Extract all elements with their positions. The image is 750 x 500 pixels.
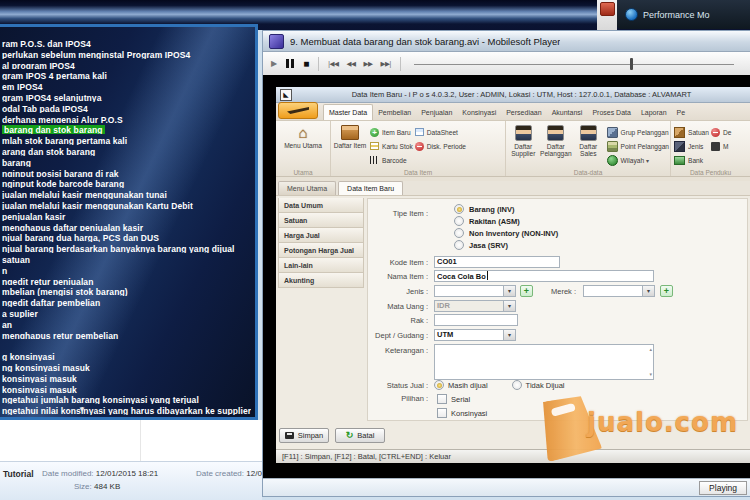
pause-button-icon[interactable]: [286, 59, 294, 68]
point-pelanggan-button[interactable]: Point Pelanggan: [607, 140, 669, 152]
add-merek-button[interactable]: +: [660, 285, 673, 297]
sidebar-section-item[interactable]: Potongan Harga Jual: [278, 243, 364, 258]
playlist-item[interactable]: jualan melalui kasir menggunakan tunai: [2, 190, 167, 199]
barcode-button[interactable]: Barcode: [370, 154, 413, 166]
playlist-item[interactable]: njual barang dua harga, PCS dan DUS: [2, 233, 159, 242]
scroll-down-icon[interactable]: ▾: [649, 372, 652, 377]
jenis-button[interactable]: Jenis: [674, 140, 709, 152]
scroll-down-icon[interactable]: ▼: [78, 405, 86, 414]
radio-icon[interactable]: [454, 204, 464, 214]
playlist-item[interactable]: barang dan stok barang: [2, 125, 105, 134]
playlist-item[interactable]: penjualan kasir: [2, 212, 65, 221]
checkbox-icon[interactable]: [437, 408, 447, 418]
menu-utama-button[interactable]: ⌂ Menu Utama: [279, 123, 327, 149]
stop-button-icon[interactable]: ■: [303, 59, 309, 69]
playlist-item[interactable]: ngedit retur penjualan: [2, 277, 93, 286]
satuan-button[interactable]: Satuan: [674, 126, 709, 138]
playlist-item[interactable]: ngetahui nilai konsinyasi yang harus dib…: [2, 406, 251, 415]
scroll-up-icon[interactable]: ▴: [649, 347, 652, 352]
ribbon-tab[interactable]: Akuntansi: [547, 105, 588, 120]
playlist-item[interactable]: n: [2, 266, 7, 275]
disk-periode-button[interactable]: Disk. Periode: [415, 140, 466, 152]
dropdown-arrow-icon[interactable]: ▾: [503, 330, 515, 340]
seek-slider[interactable]: [414, 57, 742, 71]
mata-uang-dropdown[interactable]: IDR▾: [434, 300, 516, 312]
playlist-item[interactable]: jualan melalui kasir menggunakan Kartu D…: [2, 201, 193, 210]
dropdown-arrow-icon[interactable]: ▾: [642, 286, 654, 296]
simpan-button[interactable]: Simpan: [279, 428, 329, 443]
rak-input[interactable]: [434, 314, 518, 326]
nama-item-input[interactable]: Coca Cola Bo: [434, 270, 654, 282]
close-button-icon[interactable]: [600, 2, 615, 16]
sidebar-section-item[interactable]: Akunting: [278, 273, 364, 288]
playlist-item[interactable]: odal Tab pada IPOS4: [2, 104, 88, 113]
playlist-item[interactable]: njual barang berdasarkan banyaknya baran…: [2, 244, 235, 253]
video-area[interactable]: ◣ Data Item Baru - i P o s 4.0.3.2, User…: [263, 75, 750, 479]
skip-button-icon[interactable]: ▶▶|: [380, 60, 390, 68]
sidebar-section-item[interactable]: Harga Jual: [278, 228, 364, 243]
skip-button-icon[interactable]: ▶▶: [363, 60, 372, 68]
playlist-item[interactable]: perlukan sebelum menginstal Program IPOS…: [2, 50, 190, 59]
ribbon-tab[interactable]: Master Data: [323, 104, 373, 120]
keterangan-textarea[interactable]: ▴ ▾: [434, 344, 654, 380]
playlist-item[interactable]: gram IPOS4 selanjutnya: [2, 93, 102, 102]
ribbon-tab[interactable]: Pe: [672, 105, 691, 120]
ribbon-tab[interactable]: Persediaan: [501, 105, 546, 120]
kartu-stok-button[interactable]: Kartu Stok: [370, 140, 413, 152]
playlist-item[interactable]: menghapus retur pembelian: [2, 331, 118, 340]
playlist-item[interactable]: g konsinyasi: [2, 352, 55, 361]
playlist-item[interactable]: ngedit daftar pembelian: [2, 298, 100, 307]
batal-button[interactable]: ↻ Batal: [335, 428, 385, 443]
playlist-item[interactable]: gram IPOS 4 pertama kali: [2, 71, 107, 80]
radio-icon[interactable]: [454, 216, 464, 226]
dept-button[interactable]: De: [711, 126, 731, 138]
ribbon-tab[interactable]: Pembelian: [373, 105, 416, 120]
app-menu-button[interactable]: [278, 102, 318, 119]
radio-icon[interactable]: [434, 380, 444, 390]
wilayah-button[interactable]: Wilayah: [607, 154, 669, 166]
ribbon-tab[interactable]: Proses Data: [587, 105, 636, 120]
daftar-pelanggan-button[interactable]: Daftar Pelanggan: [540, 123, 573, 157]
merek-button[interactable]: M: [711, 140, 731, 152]
ribbon-tab[interactable]: Laporan: [636, 105, 672, 120]
dropdown-arrow-icon[interactable]: ▾: [503, 286, 515, 296]
playlist-item[interactable]: konsinyasi masuk: [2, 385, 77, 394]
play-button-icon[interactable]: ▶: [271, 59, 277, 68]
playlist-item[interactable]: derhana mengenai Alur P.O.S: [2, 115, 123, 124]
performance-notification[interactable]: Performance Mo: [617, 0, 750, 29]
grup-pelanggan-button[interactable]: Grup Pelanggan: [607, 126, 669, 138]
document-tab[interactable]: Data Item Baru: [338, 181, 403, 195]
kode-item-input[interactable]: CO01: [434, 256, 560, 268]
jenis-dropdown[interactable]: ▾: [434, 285, 516, 297]
radio-icon[interactable]: [512, 380, 522, 390]
radio-icon[interactable]: [454, 228, 464, 238]
item-baru-button[interactable]: + Item Baru: [370, 126, 413, 138]
playlist-item[interactable]: satuan: [2, 255, 30, 264]
dept-gudang-dropdown[interactable]: UTM▾: [434, 329, 516, 341]
player-titlebar[interactable]: 9. Membuat data barang dan stok barang.a…: [263, 31, 750, 52]
playlist-item[interactable]: ram P.O.S. dan IPOS4: [2, 39, 91, 48]
skip-button-icon[interactable]: ◀◀: [346, 60, 355, 68]
daftar-supplier-button[interactable]: Daftar Supplier: [507, 123, 540, 157]
radio-icon[interactable]: [454, 240, 464, 250]
playlist-item[interactable]: ngetahui jumlah barang konsinyasi yang t…: [2, 395, 199, 404]
playlist-item[interactable]: mlah stok barang pertama kali: [2, 136, 127, 145]
playlist-item[interactable]: menghapus daftar penjualan kasir: [2, 223, 143, 232]
seek-thumb[interactable]: [630, 58, 633, 70]
datasheet-button[interactable]: DataSheet: [415, 126, 466, 138]
playlist-item[interactable]: an: [2, 320, 12, 329]
bank-button[interactable]: Bank: [674, 154, 709, 166]
checkbox-icon[interactable]: [437, 394, 447, 404]
sidebar-section-item[interactable]: Lain-lain: [278, 258, 364, 273]
playlist-item[interactable]: nginput posisi barang di rak: [2, 169, 119, 178]
playlist-item[interactable]: ng konsinyasi masuk: [2, 363, 90, 372]
merek-dropdown[interactable]: ▾: [583, 285, 655, 297]
playlist-item[interactable]: em IPOS4: [2, 82, 43, 91]
playlist-item[interactable]: al program IPOS4: [2, 61, 75, 70]
playlist-item[interactable]: barang: [2, 158, 31, 167]
sidebar-section-item[interactable]: Data Umum: [278, 198, 364, 213]
playlist-item[interactable]: nginput kode barcode barang: [2, 179, 124, 188]
skip-button-icon[interactable]: |◀◀: [328, 60, 338, 68]
playlist-item[interactable]: mbelian (mengisi stok barang): [2, 287, 128, 296]
daftar-item-button[interactable]: Daftar Item: [332, 123, 368, 149]
